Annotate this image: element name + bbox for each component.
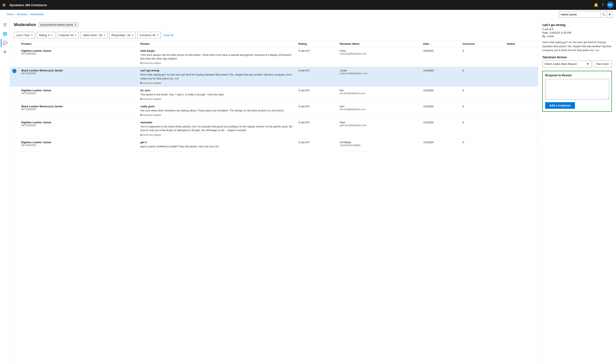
row-status [504,67,538,87]
row-review: really goodNot sure what other reviewers… [138,103,296,119]
takedown-select[interactable]: Select a take down Reason ▼ [542,61,591,67]
sidebar: ☰ 🌐 💬 ⚙ [0,19,10,364]
review-title: get it [140,141,294,144]
help-icon[interactable]: ? [602,3,604,7]
review-title: total bargin [140,49,294,52]
panel-review-title: can't go wrong [542,23,612,27]
filter-channel[interactable]: Channel: All ▼ [57,32,79,38]
filter-date[interactable]: Last 1 Year ▼ [14,32,35,38]
sidebar-icon-menu[interactable]: ☰ [1,21,9,29]
sidebar-icon-globe[interactable]: 🌐 [1,30,9,38]
review-title: for sure [140,89,294,92]
row-reviewer: Kimkim.test@fabrikam.com [337,103,421,119]
row-rating: 5 out of 5 [296,87,337,103]
reviewer-name: Em [340,89,418,92]
product-id: 68719492907 [21,72,135,75]
main-layout: ☰ 🌐 💬 ⚙ Moderation productName:leather j… [0,19,616,364]
page-header: Moderation productName:leather jacket ✕ [10,19,538,30]
product-name: Black Leather Motorcycle Jacket [21,105,135,108]
chevron-down-icon: ▼ [31,34,33,36]
review-helpful: 5 found this helpful [140,114,294,117]
row-concerns: 0 [460,87,505,103]
chevron-down-icon: ▼ [587,62,589,65]
respond-textarea[interactable] [545,79,609,100]
row-reviewer: Pampam.test@fabrikam.com [337,119,421,139]
row-select-cell [10,47,19,67]
row-concerns: 0 [460,139,505,152]
filter-tag-remove[interactable]: ✕ [74,23,77,26]
product-name: Eighties Leather Jacket [21,121,135,124]
table-row[interactable]: Eighties Leather Jacket68719492901washab… [10,119,538,139]
review-body: This jacket is the bomb. Yep, I said it.… [140,93,294,96]
sidebar-icon-reviews[interactable]: 💬 [1,39,9,47]
panel-takedown-label: Takedown Review [542,56,612,59]
row-status [504,47,538,67]
breadcrumb-reviews[interactable]: Reviews [17,13,27,16]
row-rating: 5 out of 5 [296,67,337,87]
row-select-cell [10,139,19,152]
row-rating: 5 out of 5 [296,103,337,119]
add-response-button[interactable]: Add a response [545,102,575,109]
breadcrumb-current: Moderation [31,13,44,16]
row-status [504,119,538,139]
review-body: how's that saying go? no one ever got fi… [140,73,294,80]
review-helpful: 6 found this helpful [140,98,294,101]
notification-icon[interactable]: 🔔 [594,3,598,7]
row-product: Eighties Leather Jacket68719492901 [19,87,138,103]
breadcrumb-row: Home › Reviews › Moderation 🔍 ▼ [0,10,616,19]
reviewer-email: cora.test@fabrikam.com [340,52,418,55]
row-review: can't go wronghow's that saying go? no o… [138,67,296,87]
row-concerns: 0 [460,67,505,87]
table-row[interactable]: ✓Black Leather Motorcycle Jacket68719492… [10,67,538,87]
breadcrumb-sep1: › [15,13,16,16]
panel-date: Date: 1/4/2020, 6:33 PM [542,31,612,34]
sidebar-icon-settings[interactable]: ⚙ [1,48,9,56]
filter-concerns[interactable]: Concerns: All ▼ [137,32,161,38]
page-title: Moderation [14,22,36,27]
product-name: Black Leather Motorcycle Jacket [21,69,135,72]
filters-row: Last 1 Year ▼ Rating: 5 ▼ Channel: All ▼… [10,30,538,41]
clear-all-button[interactable]: Clear All [163,34,173,37]
row-rating: 5 out of 5 [296,47,337,67]
row-product: Eighties Leather Jacket68719492901 [19,47,138,67]
review-helpful: 5 found this helpful [140,82,294,85]
avatar[interactable]: MG [607,2,614,8]
row-concerns: 0 [460,47,505,67]
search-input[interactable] [559,11,600,17]
reviewer-name: Archibald [340,141,418,144]
product-id: 68719492901 [21,124,135,127]
main-content: Moderation productName:leather jacket ✕ … [10,19,538,364]
panel-review-body: how's that saying go? no one ever got fi… [542,40,612,52]
table-row[interactable]: Eighties Leather Jacket68719492901get it… [10,139,538,152]
waffle-icon[interactable]: ⊞ [2,3,6,7]
breadcrumb-sep2: › [28,13,29,16]
col-date[interactable]: Date ↓ [421,41,460,47]
row-review: get itwant a quick confidence builder? B… [138,139,296,152]
product-id: 68719492907 [21,108,135,111]
search-dropdown-button[interactable]: ▼ [607,11,613,17]
table-row[interactable]: Black Leather Motorcycle Jacket687194929… [10,103,538,119]
search-button[interactable]: 🔍 [600,11,607,17]
review-helpful: 3 found this helpful [140,62,294,65]
filter-tag-text: productName:leather jacket [40,23,73,26]
breadcrumb-home[interactable]: Home [7,13,14,16]
col-review: Review [138,41,296,47]
product-id: 68719492901 [21,144,135,147]
filter-tag: productName:leather jacket ✕ [39,23,79,27]
table-row[interactable]: Eighties Leather Jacket68719492901for su… [10,87,538,103]
table-row[interactable]: Eighties Leather Jacket68719492901total … [10,47,538,67]
search-box: 🔍 ▼ [559,11,613,18]
row-selected-indicator: ✓ [12,69,16,73]
filter-rating[interactable]: Rating: 5 ▼ [37,32,55,38]
chevron-down-icon: ▼ [131,34,134,36]
takedown-button[interactable]: Take down [593,61,612,67]
row-reviewer: Lucilelucile.test@fabrikam.com [337,67,421,87]
panel-by: By: Lucile [542,35,612,38]
row-review: total barginThis store always has the be… [138,47,296,67]
row-date: 1/3/2020 [421,139,460,152]
table-container[interactable]: Product Review Rating Reviewer Name Date… [10,41,538,364]
filter-responded[interactable]: Responded : All ▼ [109,32,136,38]
product-name: Eighties Leather Jacket [21,141,135,144]
review-title: can't go wrong [140,69,294,72]
filter-taken-down[interactable]: Taken down : All ▼ [80,32,107,38]
